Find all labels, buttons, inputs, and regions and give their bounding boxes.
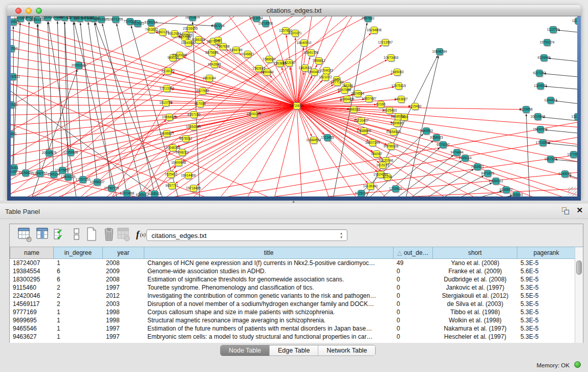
table-cell[interactable]: 9463627 <box>10 333 54 341</box>
network-canvas[interactable]: 1872400774638228660128891295423226052322… <box>11 16 577 196</box>
table-cell[interactable]: Hescheler et al. (1997) <box>433 333 517 341</box>
table-cell[interactable]: Franke et al. (2009) <box>433 267 517 275</box>
resize-grip[interactable] <box>568 187 577 196</box>
vertical-scrollbar[interactable] <box>575 247 583 343</box>
table-cell[interactable]: 0 <box>394 333 433 341</box>
graph-edge[interactable] <box>286 35 297 106</box>
graph-edge[interactable] <box>526 114 530 196</box>
table-cell[interactable]: 14569117 <box>10 300 54 308</box>
table-cell[interactable]: Yano et al. (2008) <box>433 259 517 267</box>
table-cell[interactable]: 1 <box>54 316 103 324</box>
table-cell[interactable]: 22420046 <box>10 292 54 300</box>
table-cell[interactable]: 9699695 <box>10 316 54 324</box>
table-cell[interactable]: 1 <box>54 259 103 267</box>
table-row[interactable]: 1830029562008Estimation of significance … <box>10 275 576 283</box>
graph-edge[interactable] <box>393 155 453 196</box>
graph-edge[interactable] <box>64 21 71 152</box>
table-cell[interactable]: 9115460 <box>10 283 54 292</box>
graph-edge[interactable] <box>557 30 577 33</box>
table-cell[interactable]: 2 <box>54 292 103 300</box>
table-row[interactable]: 1938455462009Genome-wide association stu… <box>10 267 576 275</box>
column-header-title[interactable]: title <box>144 247 394 259</box>
table-cell[interactable]: Estimation of significance thresholds fo… <box>144 275 394 283</box>
tab-node-table[interactable]: Node Table <box>221 345 270 356</box>
table-cell[interactable]: 5.3E-5 <box>517 259 576 267</box>
table-cell[interactable]: 5.3E-5 <box>517 300 576 308</box>
table-row[interactable]: 1456911722003Disruption of a novel membe… <box>10 300 576 308</box>
table-cell[interactable]: 0 <box>394 275 433 283</box>
table-cell[interactable]: 5.3E-5 <box>517 333 576 341</box>
table-cell[interactable]: 1 <box>54 333 103 341</box>
tab-network-table[interactable]: Network Table <box>318 345 375 356</box>
table-cell[interactable]: 5.3E-5 <box>517 308 576 316</box>
table-cell[interactable]: Disruption of a novel member of a sodium… <box>144 300 394 308</box>
column-header-pagerank[interactable]: pagerank <box>517 247 576 259</box>
table-cell[interactable]: de Silva et al. (2003) <box>433 300 517 308</box>
graph-edge[interactable] <box>543 74 577 78</box>
table-columns-icon[interactable] <box>36 227 52 243</box>
table-cell[interactable]: 0 <box>394 300 433 308</box>
graph-edge[interactable] <box>295 37 297 106</box>
table-cell[interactable]: 5.9E-5 <box>517 275 576 283</box>
graph-edge[interactable] <box>555 101 577 105</box>
table-cell[interactable]: Estimation of the future numbers of pati… <box>144 324 394 333</box>
graph-edge[interactable] <box>484 195 512 196</box>
table-cell[interactable]: Corpus callosum shape and size in male p… <box>144 308 394 316</box>
column-header-in_degree[interactable]: in_degree <box>54 247 103 259</box>
close-panel-icon[interactable]: ✕ <box>576 206 583 215</box>
table-cell[interactable]: 0 <box>394 267 433 275</box>
table-cell[interactable]: 6 <box>54 275 103 283</box>
delete-icon[interactable] <box>103 227 118 243</box>
table-cell[interactable]: 18724007 <box>10 259 54 267</box>
table-cell[interactable]: Investigating the contribution of common… <box>144 292 394 300</box>
table-cell[interactable]: 5.5E-5 <box>517 292 576 300</box>
table-settings-icon[interactable]: ⚙ <box>18 227 33 243</box>
table-cell[interactable]: 0 <box>394 316 433 324</box>
float-panel-icon[interactable] <box>562 207 570 215</box>
table-row[interactable]: 911546021997Tourette syndrome. Phenomeno… <box>10 283 576 292</box>
table-cell[interactable]: Changes of HCN gene expression and I(f) … <box>144 259 394 267</box>
table-cell[interactable]: 19384554 <box>10 267 54 275</box>
table-cell[interactable]: 2008 <box>103 259 144 267</box>
table-cell[interactable]: Jankovic et al. (1997) <box>433 283 517 292</box>
table-cell[interactable]: 1998 <box>103 308 144 316</box>
table-cell[interactable]: 5.3E-5 <box>517 324 576 333</box>
table-cell[interactable]: Embryonic stem cells: a model to study s… <box>144 333 394 341</box>
graph-edge[interactable] <box>11 74 297 106</box>
tab-edge-table[interactable]: Edge Table <box>270 345 318 356</box>
table-cell[interactable]: 5.3E-5 <box>517 283 576 292</box>
table-cell[interactable]: 2008 <box>103 275 144 283</box>
table-cell[interactable]: 0 <box>394 283 433 292</box>
network-window-titlebar[interactable]: citations_edges.txt <box>7 5 581 16</box>
graph-edge[interactable] <box>422 169 474 196</box>
graph-edge[interactable] <box>95 23 164 196</box>
table-cell[interactable]: Nakamura et al. (1997) <box>433 324 517 333</box>
graph-edge[interactable] <box>246 106 297 196</box>
table-row[interactable]: 2242004622012Investigating the contribut… <box>10 292 576 300</box>
scrollbar-thumb[interactable] <box>576 260 582 275</box>
table-row[interactable]: 1872400712008Changes of HCN gene express… <box>10 259 576 267</box>
table-cell[interactable]: 9465546 <box>10 324 54 333</box>
table-cell[interactable]: Structural magnetic resonance image aver… <box>144 316 394 324</box>
table-cell[interactable]: Tibbo et al. (1998) <box>433 308 517 316</box>
table-cell[interactable]: Dudbridge et al. (2008) <box>433 275 517 283</box>
column-header-year[interactable]: year <box>103 247 144 259</box>
table-select-dropdown[interactable]: citations_edges.txt ▲▼ <box>146 229 347 241</box>
table-cell[interactable]: 5.3E-5 <box>517 316 576 324</box>
table-cell[interactable]: Tourette syndrome. Phenomenology and cla… <box>144 283 394 292</box>
table-row[interactable]: 969969511998Structural magnetic resonanc… <box>10 316 576 324</box>
table-cell[interactable]: Wolkin et al. (1998) <box>433 316 517 324</box>
graph-edge[interactable] <box>297 106 367 183</box>
table-cell[interactable]: 0 <box>394 308 433 316</box>
table-cell[interactable]: 1998 <box>103 316 144 324</box>
merge-tables-icon[interactable] <box>70 227 85 243</box>
column-header-short[interactable]: short <box>433 247 517 259</box>
graph-edge[interactable] <box>11 84 297 106</box>
table-row[interactable]: 977716911998Corpus callosum shape and si… <box>10 308 576 316</box>
table-cell[interactable]: Stergiakouli et al. (2012) <box>433 292 517 300</box>
table-cell[interactable]: 1997 <box>103 283 144 292</box>
table-cell[interactable]: 5.6E-5 <box>517 267 576 275</box>
table-cell[interactable]: 0 <box>394 292 433 300</box>
splitter-handle-icon[interactable]: ▲ <box>292 200 295 203</box>
graph-edge[interactable] <box>545 130 577 134</box>
